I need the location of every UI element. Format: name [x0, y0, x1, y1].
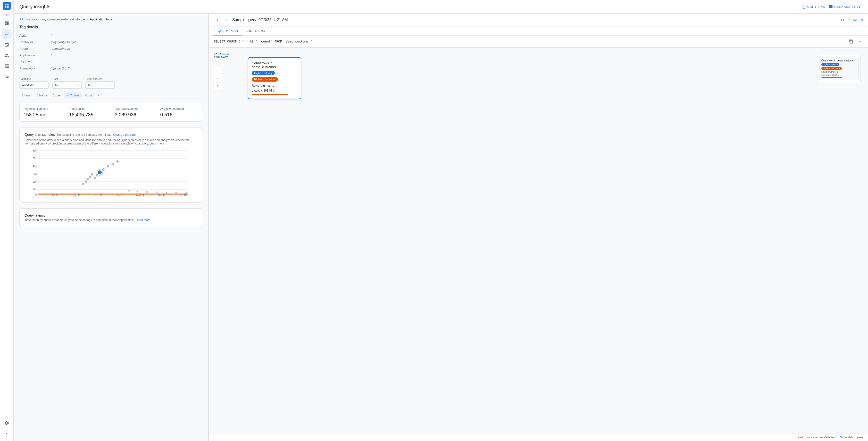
tag-value-dbdriver: ''	[51, 60, 52, 64]
nav-prev-button[interactable]	[214, 17, 221, 23]
tag-label-application: Application	[20, 53, 51, 57]
expand-sql-button[interactable]	[856, 38, 863, 45]
tag-label-framework: Framework	[20, 66, 51, 70]
reset-zoom-button[interactable]	[214, 83, 222, 91]
time-btn-6hours[interactable]: 6 hours	[34, 92, 50, 98]
client-address-value: All	[88, 83, 91, 87]
sql-actions	[847, 38, 863, 45]
mini-rows-returned: Rows returned: 1	[822, 71, 856, 73]
svg-point-29	[146, 191, 148, 193]
tag-label-dbdriver: DB driver	[20, 60, 51, 64]
user-select[interactable]: All	[53, 81, 82, 89]
svg-point-25	[112, 163, 114, 165]
change-rate-link[interactable]: Change the rate.	[113, 133, 137, 137]
topbar: Query insights COPY LINK HELP ASSISTANT	[13, 0, 868, 13]
svg-text:30s: 30s	[33, 173, 37, 175]
right-tabs: QUERY PLAN END TO END	[209, 27, 868, 36]
svg-point-18	[91, 173, 93, 176]
sample-query-title: Sample query: 9/13/22, 4:21 AM	[232, 18, 841, 22]
filter-client-address-label: Client address	[86, 78, 115, 80]
svg-point-31	[165, 192, 167, 194]
help-assistant-button[interactable]: HELP ASSISTANT	[829, 5, 862, 9]
svg-point-24	[106, 165, 109, 168]
query-latency-desc: Time taken by queries that match your se…	[25, 218, 197, 222]
svg-point-15	[85, 180, 87, 183]
query-latency-learn-more[interactable]: Learn more	[135, 218, 150, 222]
view-toggle: EXPANDED COMPACT	[214, 53, 229, 59]
fullscreen-button[interactable]: FULLSCREEN	[841, 18, 863, 22]
filter-client-address: Client address All	[86, 78, 115, 89]
svg-point-32	[175, 192, 177, 194]
time-btn-7days[interactable]: ✓ 7 days	[64, 92, 82, 98]
sidebar-item-dashboard[interactable]	[2, 19, 12, 28]
copy-link-button[interactable]: COPY LINK	[802, 5, 825, 9]
highest-latency-badge[interactable]: Highest latency	[252, 71, 275, 75]
node-card[interactable]: Count rows in demo_customer Highest late…	[248, 57, 301, 99]
breadcrumb-current: Application tags	[90, 18, 112, 21]
show-debug-panel-link[interactable]: Show debug panel	[840, 436, 864, 439]
sidebar-item-expand[interactable]	[2, 429, 12, 439]
client-address-select[interactable]: All	[86, 81, 115, 89]
svg-text:0: 0	[35, 193, 37, 196]
breadcrumb-instance[interactable]: mysql-instance-demo-instance	[42, 18, 85, 21]
sidebar-item-list[interactable]	[2, 72, 12, 82]
expanded-view-toggle[interactable]: EXPANDED	[214, 53, 229, 55]
sidebar-item-analytics[interactable]	[2, 29, 12, 39]
svg-text:10s: 10s	[33, 188, 37, 191]
query-plan-chart[interactable]: 60s 50s 40s 30s 20s 10s 0	[25, 148, 197, 197]
tag-details-table: Action '' Controller 'payment_charge' Ro…	[20, 32, 202, 71]
sidebar-item-users[interactable]	[2, 51, 12, 60]
sampling-note: (The sampling rate is 5 samples per minu…	[56, 133, 113, 137]
sidebar-item-storage[interactable]	[2, 61, 12, 71]
breadcrumb-all-instances[interactable]: All instances	[20, 18, 37, 21]
breadcrumb-sep-2: ›	[87, 18, 88, 21]
database-value: workload	[22, 83, 34, 87]
zoom-in-button[interactable]: +	[214, 67, 222, 75]
highest-row-count-badge[interactable]: Highest row count	[252, 77, 278, 82]
tag-value-application: ''	[51, 53, 52, 57]
svg-text:Sun 11: Sun 11	[73, 194, 81, 197]
tag-details-title: Tag details	[20, 25, 202, 29]
svg-text:20s: 20s	[33, 180, 37, 183]
time-btn-1hour[interactable]: 1 hour	[20, 92, 33, 98]
compact-view-toggle[interactable]: COMPACT	[214, 56, 229, 59]
tab-query-plan[interactable]: QUERY PLAN	[214, 27, 242, 35]
stat-avg-exec-time: Avg execution time 158.25 ms	[20, 103, 65, 121]
stat-label-scanned: Avg rows scanned	[115, 107, 152, 111]
stat-label-exec: Avg execution time	[24, 107, 61, 111]
query-plan-area: EXPANDED COMPACT + − Count rows in demo_…	[209, 48, 868, 433]
rows-returned-stat: Rows returned: 1	[252, 84, 297, 87]
query-latency-title: Query latency	[25, 213, 197, 217]
custom-time-btn[interactable]: Custom	[83, 92, 103, 98]
svg-point-16	[86, 178, 89, 180]
svg-text:40s: 40s	[33, 165, 37, 168]
zoom-out-button[interactable]: −	[214, 75, 222, 83]
sidebar-item-connections[interactable]	[2, 40, 12, 50]
sql-bar: SELECT COUNT ( * ) AS `__count` FROM `de…	[209, 36, 868, 48]
stat-times-called: Times called 18,435,735	[65, 103, 111, 121]
copy-sql-button[interactable]	[847, 38, 855, 45]
svg-point-17	[89, 176, 91, 178]
user-value: All	[55, 83, 58, 87]
svg-point-23	[102, 168, 104, 171]
sidebar-item-settings[interactable]	[2, 418, 12, 428]
mini-node-title: Count rows in demo_customer	[822, 59, 856, 62]
node-title: Count rows in demo_customer	[252, 61, 297, 69]
query-plan-title: Query plan samples	[25, 133, 55, 137]
svg-point-19	[94, 177, 96, 179]
topbar-actions: COPY LINK HELP ASSISTANT	[802, 5, 862, 9]
tab-end-to-end[interactable]: END TO END	[242, 27, 269, 35]
query-latency-card: Query latency Time taken by queries that…	[20, 208, 202, 227]
database-select[interactable]: workload	[20, 81, 49, 89]
learn-more-link[interactable]: Learn more	[150, 142, 164, 145]
query-plan-header: Query plan samples (The sampling rate is…	[25, 133, 197, 137]
svg-text:Tue 13: Tue 13	[117, 194, 124, 197]
tag-row-route: Route 'demo/charge'	[20, 46, 202, 52]
nav-next-button[interactable]	[223, 17, 229, 23]
app-logo[interactable]	[3, 2, 11, 10]
tag-value-controller: 'payment_charge'	[51, 40, 76, 44]
svg-point-21	[98, 171, 102, 174]
time-btn-1day[interactable]: 1 day	[51, 92, 63, 98]
nav-arrows	[214, 17, 229, 23]
latency-bar	[252, 94, 288, 95]
